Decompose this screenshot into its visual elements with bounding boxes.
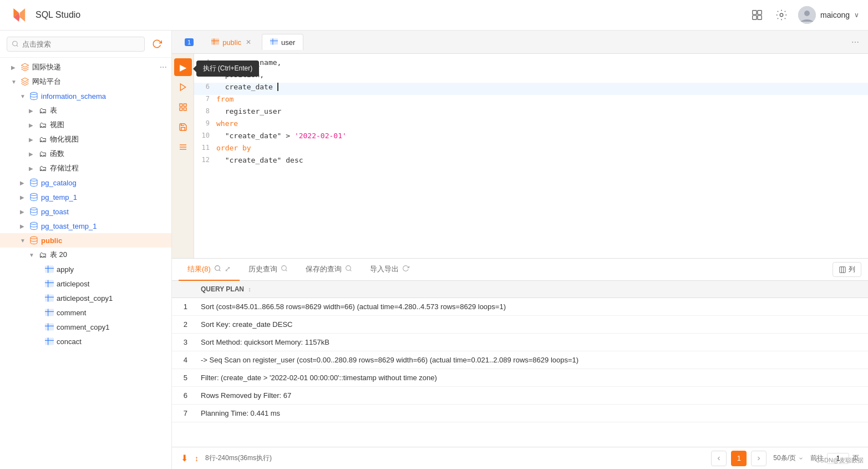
- svg-point-4: [780, 13, 783, 17]
- toolbar-btn-menu[interactable]: [174, 138, 192, 156]
- svg-point-47: [215, 265, 220, 270]
- svg-rect-30: [45, 338, 54, 345]
- editor-toolbar: ▶ 执行 (Ctrl+Enter): [172, 54, 194, 258]
- row-text-4: -> Seq Scan on register_user (cost=0.00.…: [194, 351, 868, 369]
- search-box[interactable]: [7, 37, 145, 52]
- sidebar-item-articlepost[interactable]: articlepost: [0, 276, 171, 291]
- toolbar-btn-3[interactable]: [174, 98, 192, 116]
- row-num-1: 1: [172, 298, 194, 316]
- sidebar-item-pg-catalog[interactable]: ▶ pg_catalog: [0, 175, 171, 190]
- folder-orange-biao20-icon: 🗂: [38, 250, 48, 260]
- sidebar-item-info-schema[interactable]: ▼ information_schema: [0, 89, 171, 103]
- username-label: maicong: [820, 11, 850, 19]
- sidebar-item-articlepost-copy1[interactable]: articlepost_copy1: [0, 291, 171, 305]
- sidebar-label-pg-toast-temp: pg_toast_temp_1: [41, 222, 97, 230]
- result-tab-import-export-label: 导入导出: [370, 264, 399, 274]
- sidebar-label-concact: concact: [57, 337, 82, 346]
- svg-rect-21: [45, 295, 54, 302]
- col-header-rownum: [172, 281, 194, 298]
- table-row: 7 Planning Time: 0.441 ms: [172, 405, 868, 422]
- folder-orange-wuhua-icon: 🗂: [38, 134, 48, 144]
- chevron-right-pg-temp: ▶: [20, 194, 27, 200]
- editor-area: ▶ 执行 (Ctrl+Enter): [172, 54, 868, 258]
- sidebar-item-pg-toast[interactable]: ▶ pg_toast: [0, 204, 171, 219]
- row-text-1: Sort (cost=845.01..866.58 rows=8629 widt…: [194, 298, 868, 316]
- svg-line-50: [286, 270, 287, 271]
- tab-1[interactable]: 1: [176, 34, 202, 49]
- row-num-7: 7: [172, 405, 194, 422]
- upload-icon[interactable]: ↕: [195, 454, 199, 463]
- main-layout: ▶ 国际快递 ··· ▼ 网站平台 ▼ inf: [0, 31, 868, 469]
- sidebar-item-biao[interactable]: ▶ 🗂 表: [0, 103, 171, 118]
- sidebar-item-hanshu[interactable]: ▶ 🗂 函数: [0, 147, 171, 161]
- db-blue-pg-toast-icon: [29, 206, 39, 216]
- tab-more-icon[interactable]: ⋯: [851, 38, 864, 47]
- notification-icon[interactable]: [749, 7, 765, 23]
- svg-point-7: [13, 41, 18, 46]
- table-row: 5 Filter: (create_date > '2022-02-01 00:…: [172, 369, 868, 387]
- table-articlepost-icon: [44, 279, 54, 289]
- svg-rect-41: [184, 104, 186, 107]
- sidebar-item-pg-temp[interactable]: ▶ pg_temp_1: [0, 190, 171, 204]
- sort-icon[interactable]: ↕: [248, 286, 251, 293]
- toolbar-btn-2[interactable]: [174, 78, 192, 96]
- page-size-text: 50条/页: [773, 453, 796, 463]
- row-text-7: Planning Time: 0.441 ms: [194, 405, 868, 422]
- sidebar-item-comment[interactable]: comment: [0, 305, 171, 320]
- rows-status-text: 8行-240ms(36ms执行): [205, 453, 272, 463]
- sidebar-item-biao20[interactable]: ▼ 🗂 表 20: [0, 248, 171, 262]
- expand-results-icon[interactable]: ⤢: [225, 265, 231, 273]
- col-btn-label: 列: [849, 265, 855, 274]
- svg-rect-1: [758, 11, 762, 14]
- sidebar-item-public[interactable]: ▼ public: [0, 233, 171, 248]
- svg-line-8: [17, 45, 18, 46]
- sidebar-item-concact[interactable]: concact: [0, 334, 171, 349]
- page-navigation: 1: [711, 451, 767, 466]
- toolbar-btn-save[interactable]: [174, 118, 192, 136]
- watermark: CSDN@麦聪数据: [816, 456, 864, 465]
- sidebar-item-wuhua[interactable]: ▶ 🗂 物化视图: [0, 132, 171, 147]
- sidebar-item-shitu[interactable]: ▶ 🗂 视图: [0, 118, 171, 132]
- columns-button[interactable]: 列: [833, 262, 861, 277]
- result-tab-saved[interactable]: 保存的查询: [297, 259, 361, 281]
- sidebar-label-pg-catalog: pg_catalog: [41, 179, 77, 187]
- result-tab-results[interactable]: 结果(8) ⤢: [179, 259, 240, 281]
- result-tab-import-export[interactable]: 导入导出: [361, 259, 418, 281]
- chevron-right-wuhua: ▶: [29, 137, 35, 143]
- refresh-button[interactable]: [149, 36, 165, 52]
- app-header: SQL Studio maico: [0, 0, 868, 31]
- chevron-right-hanshu: ▶: [29, 151, 35, 157]
- sidebar-item-guoji[interactable]: ▶ 国际快递 ···: [0, 60, 171, 74]
- page-size-selector[interactable]: 50条/页: [773, 453, 804, 463]
- tab-user[interactable]: user: [262, 34, 303, 50]
- svg-rect-40: [180, 104, 182, 107]
- db-blue-icon: [29, 91, 39, 101]
- tab-user-label: user: [281, 38, 295, 47]
- search-input[interactable]: [22, 40, 140, 48]
- svg-point-9: [31, 92, 37, 94]
- run-button[interactable]: ▶: [174, 58, 192, 76]
- svg-rect-53: [840, 266, 846, 273]
- results-table: QUERY PLAN ↕ 1 Sort (cost=845.01..866.58…: [172, 281, 868, 422]
- sidebar-item-comment-copy1[interactable]: comment_copy1: [0, 320, 171, 334]
- user-area[interactable]: maicong ∨: [798, 6, 859, 24]
- sidebar-item-wangzhan[interactable]: ▼ 网站平台: [0, 74, 171, 89]
- tab-public-close-icon[interactable]: ✕: [245, 38, 252, 46]
- result-tab-history[interactable]: 历史查询: [240, 259, 297, 281]
- row-text-5: Filter: (create_date > '2022-02-01 00:00…: [194, 369, 868, 387]
- next-page-button[interactable]: [751, 451, 767, 466]
- download-icon[interactable]: ⬇: [181, 453, 188, 463]
- more-options-btn[interactable]: ···: [160, 62, 167, 72]
- prev-page-button[interactable]: [711, 451, 727, 466]
- chevron-right-cunchu: ▶: [29, 165, 35, 172]
- sidebar-item-apply[interactable]: apply: [0, 262, 171, 276]
- search-saved-icon: [345, 265, 352, 274]
- user-chevron-icon: ∨: [854, 11, 859, 19]
- svg-point-11: [31, 193, 37, 195]
- sidebar-item-cunchu[interactable]: ▶ 🗂 存储过程: [0, 161, 171, 175]
- sidebar-label-guoji: 国际快递: [32, 62, 61, 72]
- tab-public[interactable]: public ✕: [203, 34, 261, 50]
- sidebar-item-pg-toast-temp[interactable]: ▶ pg_toast_temp_1: [0, 219, 171, 233]
- code-editor[interactable]: 4 company_name, 5 position, 6 create_dat…: [194, 54, 868, 258]
- settings-icon[interactable]: [774, 7, 789, 23]
